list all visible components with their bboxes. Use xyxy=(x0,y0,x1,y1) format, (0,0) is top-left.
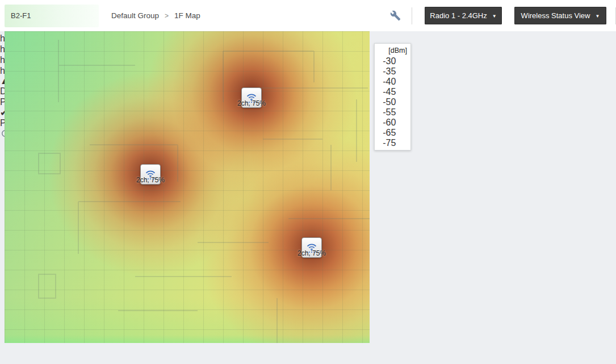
legend-tick: -40 xyxy=(383,77,396,86)
legend-tick: -75 xyxy=(383,138,396,148)
radio-dropdown[interactable]: Radio 1 - 2.4GHz ▼ xyxy=(425,7,502,24)
legend-tick: -35 xyxy=(383,66,396,76)
ap-label: 2ch, 75% xyxy=(237,99,266,107)
legend-tick: -30 xyxy=(383,56,396,66)
heatmap-canvas[interactable]: 2ch, 75% 2ch, 75% 2ch, 75% xyxy=(5,31,370,343)
dbm-legend: [dBm] -30 -35 -40 -45 -50 -55 -60 -65 -7… xyxy=(374,43,411,150)
legend-gradient-bar xyxy=(378,56,379,146)
legend-tick: -50 xyxy=(383,97,396,107)
ap-device-icon[interactable]: 2ch, 75% xyxy=(140,164,161,185)
legend-tick: -65 xyxy=(383,128,396,137)
topbar-divider xyxy=(412,7,412,24)
caret-down-icon: ▼ xyxy=(492,14,497,19)
ap-label: 2ch, 75% xyxy=(136,176,165,184)
breadcrumb-map[interactable]: 1F Map xyxy=(174,11,200,20)
ap-device-icon[interactable]: 2ch, 75% xyxy=(241,87,262,108)
floor-tab[interactable]: B2-F1 xyxy=(5,5,99,27)
legend-body: -30 -35 -40 -45 -50 -55 -60 -65 -75 xyxy=(378,56,407,146)
ap-device-icon[interactable]: 2ch, 75% xyxy=(301,237,322,258)
top-bar: B2-F1 Default Group > 1F Map Radio 1 - 2… xyxy=(0,0,616,31)
breadcrumb: Default Group > 1F Map xyxy=(111,11,200,20)
breadcrumb-separator: > xyxy=(165,12,169,20)
floor-tab-label: B2-F1 xyxy=(11,11,31,20)
legend-ticks: -30 -35 -40 -45 -50 -55 -60 -65 -75 xyxy=(383,56,407,146)
wrench-icon[interactable] xyxy=(385,6,405,26)
view-dropdown[interactable]: Wireless Status View ▼ xyxy=(514,7,606,24)
floor-walls xyxy=(5,31,370,343)
breadcrumb-group[interactable]: Default Group xyxy=(111,11,159,20)
legend-title: [dBm] xyxy=(378,47,407,55)
legend-tick: -45 xyxy=(383,87,396,97)
legend-tick: -55 xyxy=(383,107,396,117)
view-dropdown-label: Wireless Status View xyxy=(521,11,590,20)
legend-tick: -60 xyxy=(383,118,396,127)
caret-down-icon: ▼ xyxy=(595,14,600,19)
radio-dropdown-label: Radio 1 - 2.4GHz xyxy=(430,11,487,20)
ap-label: 2ch, 75% xyxy=(297,249,326,257)
